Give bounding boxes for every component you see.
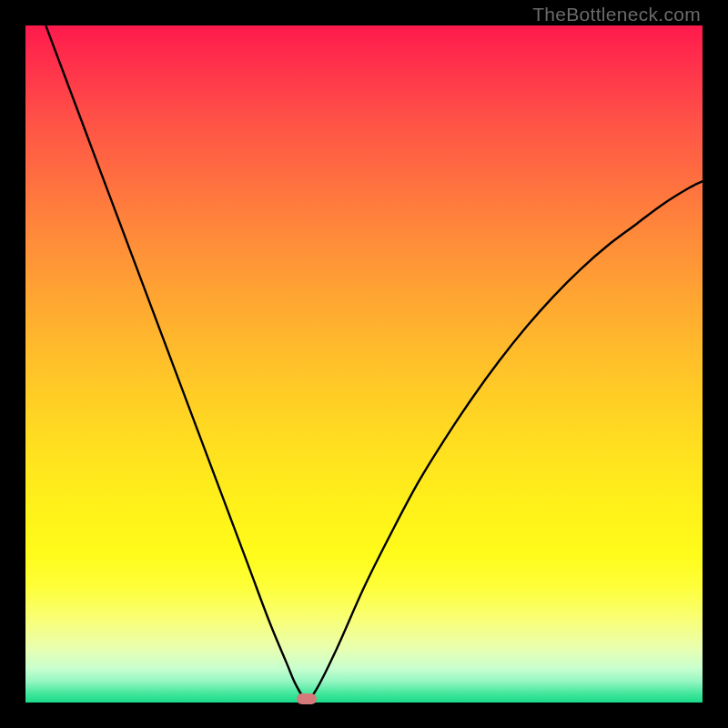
chart-frame: TheBottleneck.com <box>0 0 728 728</box>
watermark-text: TheBottleneck.com <box>532 4 701 25</box>
bottleneck-curve <box>46 25 703 699</box>
optimal-point-marker <box>297 693 317 704</box>
bottleneck-curve-svg <box>25 25 703 703</box>
